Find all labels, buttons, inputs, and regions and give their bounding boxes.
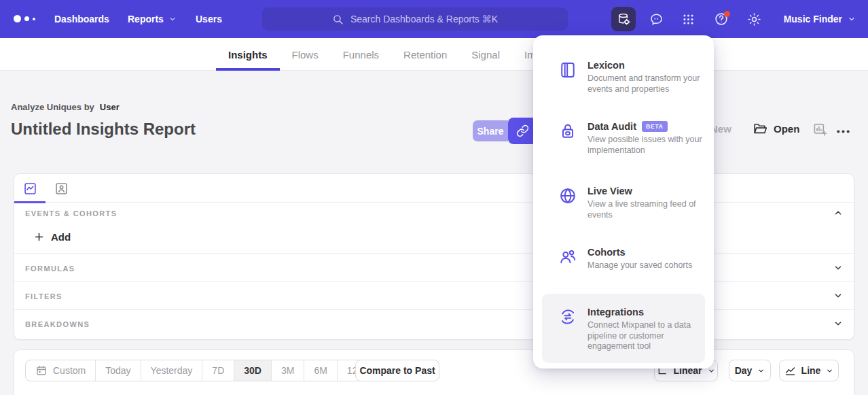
chart-tab-icon (23, 182, 37, 196)
menu-item-description: Connect Mixpanel to a data pipeline or c… (587, 320, 704, 352)
menu-item-lexicon[interactable]: Lexicon Document and transform your even… (533, 60, 714, 95)
project-switcher[interactable]: Music Finder (784, 0, 856, 38)
project-name: Music Finder (784, 14, 842, 24)
logo-dot (14, 15, 21, 22)
analyze-label: Analyze Uniques by (11, 102, 94, 112)
nav-users-label: Users (196, 14, 222, 24)
add-to-dashboard-button[interactable] (812, 122, 828, 137)
interval-dropdown[interactable]: Day (729, 360, 771, 381)
menu-item-title: Integrations (587, 307, 644, 317)
lexicon-icon (558, 61, 577, 95)
gear-icon (747, 12, 761, 27)
menu-item-title: Lexicon (587, 60, 625, 71)
add-event-button[interactable]: Add (33, 231, 71, 243)
range-3m[interactable]: 3M (272, 360, 304, 381)
top-navigation: Dashboards Reports Users Search Dashboar… (0, 0, 868, 38)
compare-to-past-button[interactable]: Compare to Past (355, 360, 439, 381)
grid-dots-icon (682, 13, 695, 26)
more-options-button[interactable] (835, 124, 851, 139)
beta-badge: BETA (642, 121, 668, 132)
mixpanel-logo[interactable] (14, 15, 35, 22)
tab-flows[interactable]: Flows (280, 38, 331, 71)
query-tabs (14, 174, 854, 203)
range-label: Custom (53, 365, 86, 376)
chevron-down-icon (708, 367, 715, 375)
share-button[interactable]: Share (473, 120, 508, 141)
collapse-events-button[interactable] (833, 208, 843, 218)
link-icon (516, 124, 529, 137)
menu-item-integrations[interactable]: Integrations Connect Mixpanel to a data … (533, 307, 714, 352)
expand-filters-button[interactable] (833, 291, 843, 300)
date-range-toolbar: Custom Today Yesterday 7D 30D 3M 6M 12M … (14, 349, 854, 395)
share-label: Share (477, 126, 504, 137)
range-6m[interactable]: 6M (304, 360, 337, 381)
interval-label: Day (735, 365, 753, 376)
feedback-button[interactable] (644, 7, 668, 31)
nav-reports-label: Reports (128, 14, 164, 24)
chevron-down-icon (833, 291, 843, 300)
menu-item-title: Data Audit (587, 121, 636, 132)
menu-item-title: Live View (587, 186, 632, 196)
expand-formulas-button[interactable] (833, 263, 843, 273)
database-gear-icon (617, 12, 631, 27)
range-label: Yesterday (151, 365, 193, 376)
chevron-down-icon (833, 319, 843, 328)
settings-button[interactable] (742, 7, 766, 31)
nav-dashboards-label: Dashboards (54, 14, 109, 24)
chat-bubble-icon (649, 12, 664, 27)
data-audit-icon (558, 122, 577, 156)
menu-item-description: View a live streaming feed of events (587, 199, 704, 220)
nav-reports[interactable]: Reports (128, 0, 177, 38)
menu-item-title: Cohorts (587, 247, 626, 258)
tab-label: Retention (403, 49, 447, 61)
analyze-value-selector[interactable]: User (100, 102, 120, 112)
search-input[interactable]: Search Dashboards & Reports ⌘K (262, 7, 568, 31)
analyze-by-control: Analyze Uniques by User (11, 102, 120, 112)
logo-dot (33, 18, 35, 20)
range-custom[interactable]: Custom (26, 360, 96, 381)
calendar-icon (35, 364, 48, 377)
integrations-icon (558, 307, 577, 352)
chevron-down-icon (833, 263, 843, 273)
board-add-icon (812, 122, 828, 137)
range-today[interactable]: Today (96, 360, 141, 381)
date-range-segmented-control: Custom Today Yesterday 7D 30D 3M 6M 12M (25, 360, 376, 381)
nav-users[interactable]: Users (196, 0, 222, 38)
add-label: Add (51, 231, 71, 243)
range-label: 6M (314, 365, 327, 376)
chart-type-dropdown[interactable]: Line (779, 360, 839, 381)
apps-grid-button[interactable] (676, 7, 700, 31)
menu-item-cohorts[interactable]: Cohorts Manage your saved cohorts (533, 247, 714, 271)
tab-label: Insights (228, 49, 268, 61)
formulas-section-label: FORMULAS (25, 264, 75, 273)
line-chart-icon (784, 365, 796, 377)
menu-item-description: View possible issues with your implement… (587, 135, 704, 156)
report-title[interactable]: Untitled Insights Report (11, 120, 196, 139)
report-tabbar: Insights Flows Funnels Retention Signal … (0, 38, 868, 71)
tab-insights[interactable]: Insights (216, 38, 280, 71)
range-label: 3M (281, 365, 294, 376)
menu-item-data-audit[interactable]: Data Audit BETA View possible issues wit… (533, 121, 714, 156)
query-tab-events[interactable] (14, 174, 46, 203)
nav-dashboards[interactable]: Dashboards (54, 0, 109, 38)
filters-section-label: FILTERS (25, 292, 62, 300)
open-label: Open (774, 123, 799, 135)
tab-label: Funnels (343, 49, 379, 61)
expand-breakdowns-button[interactable] (833, 319, 843, 328)
events-cohorts-section-label: EVENTS & COHORTS (25, 209, 117, 218)
open-report-button[interactable]: Open (753, 121, 799, 136)
help-button[interactable] (709, 7, 734, 31)
tab-retention[interactable]: Retention (391, 38, 459, 71)
breakdowns-section-label: BREAKDOWNS (25, 320, 90, 328)
chevron-down-icon (848, 15, 856, 23)
query-tab-profiles[interactable] (46, 174, 77, 203)
tab-signal[interactable]: Signal (459, 38, 512, 71)
data-management-button[interactable] (611, 7, 636, 31)
range-yesterday[interactable]: Yesterday (141, 360, 203, 381)
range-7d[interactable]: 7D (202, 360, 234, 381)
menu-item-live-view[interactable]: Live View View a live streaming feed of … (533, 186, 714, 220)
tab-funnels[interactable]: Funnels (331, 38, 391, 71)
cohorts-icon (558, 247, 577, 271)
logo-dot (24, 16, 29, 21)
range-30d[interactable]: 30D (234, 360, 272, 381)
